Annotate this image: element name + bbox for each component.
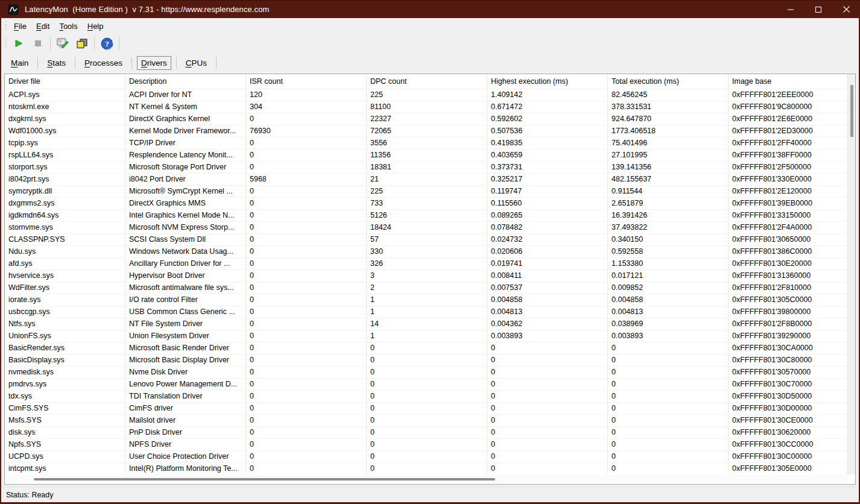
tab-processes[interactable]: Processes <box>80 56 127 70</box>
table-row[interactable]: Msfs.SYSMailslot driver00000xFFFFF801'30… <box>5 414 855 426</box>
column-header[interactable]: Driver file <box>5 74 125 89</box>
menu-help[interactable]: Help <box>83 20 109 32</box>
table-row[interactable]: igdkmdn64.sysIntel Graphics Kernel Mode … <box>5 209 855 221</box>
table-cell: 0 <box>367 427 487 438</box>
table-row[interactable]: Npfs.SYSNPFS Driver00000xFFFFF801'30CC00… <box>5 438 855 450</box>
table-row[interactable]: dxgkrnl.sysDirectX Graphics Kernel022327… <box>5 113 855 125</box>
table-cell: 0.007537 <box>487 282 608 294</box>
table-row[interactable]: CLASSPNP.SYSSCSI Class System Dll0570.02… <box>5 233 855 245</box>
table-row[interactable]: hvservice.sysHypervisor Boot Driver030.0… <box>5 269 855 282</box>
table-cell: 0.024732 <box>487 234 608 245</box>
horizontal-scrollbar[interactable] <box>5 474 847 484</box>
table-cell: 0.038969 <box>608 318 729 330</box>
tab-main[interactable]: Main <box>7 56 33 70</box>
table-row[interactable]: ntoskrnl.exeNT Kernel & System304811000.… <box>5 101 855 113</box>
table-cell: 0 <box>246 342 367 354</box>
start-monitor-button[interactable] <box>10 36 28 51</box>
stop-monitor-button[interactable] <box>29 36 47 51</box>
table-row[interactable]: storport.sysMicrosoft Storage Port Drive… <box>5 161 855 173</box>
table-row[interactable]: CimFS.SYSCimFS driver00000xFFFFF801'30D0… <box>5 402 855 414</box>
table-cell: 3 <box>367 270 487 282</box>
tab-cpus[interactable]: CPUs <box>182 56 211 70</box>
table-row[interactable]: stornvme.sysMicrosoft NVM Express Storp.… <box>5 221 855 233</box>
table-cell: 81100 <box>367 101 487 113</box>
table-cell: CimFS driver <box>125 403 246 414</box>
table-row[interactable]: nvmedisk.sysNvme Disk Driver00000xFFFFF8… <box>5 366 855 378</box>
table-cell: Ntfs.sys <box>5 318 125 330</box>
tab-drivers[interactable]: Drivers <box>137 56 171 70</box>
table-row[interactable]: Wdf01000.sysKernel Mode Driver Framewor.… <box>5 125 855 137</box>
toolbar-gripper[interactable] <box>5 39 7 48</box>
table-cell: 0 <box>487 391 608 402</box>
vertical-scrollbar[interactable] <box>847 74 855 474</box>
table-cell: dxgkrnl.sys <box>5 113 125 125</box>
table-row[interactable]: intcpmt.sysIntel(R) Platform Monitoring … <box>5 462 855 474</box>
table-row[interactable]: disk.sysPnP Disk Driver00000xFFFFF801'30… <box>5 426 855 438</box>
latencymon-logo-icon <box>8 4 19 15</box>
menubar: FileEditToolsHelp <box>1 18 859 34</box>
table-cell: 3556 <box>367 137 487 149</box>
help-button[interactable]: ? <box>98 36 116 51</box>
column-header[interactable]: Total execution (ms) <box>608 74 729 89</box>
view-windows-button[interactable] <box>73 36 91 51</box>
table-cell: 2.651879 <box>608 198 729 209</box>
table-cell: 5968 <box>246 174 367 185</box>
table-cell: 0 <box>608 342 729 354</box>
table-row[interactable]: rspLLL64.sysResplendence Latency Monit..… <box>5 149 855 161</box>
table-row[interactable]: Ndu.sysWindows Network Data Usag...03300… <box>5 245 855 257</box>
table-cell: 0.009852 <box>608 282 729 294</box>
table-cell: 1 <box>367 306 487 318</box>
table-row[interactable]: BasicDisplay.sysMicrosoft Basic Display … <box>5 354 855 366</box>
analyze-options-button[interactable] <box>54 36 72 51</box>
menu-edit[interactable]: Edit <box>31 20 54 32</box>
table-row[interactable]: UnionFS.sysUnion Filesystem Driver010.00… <box>5 330 855 342</box>
column-header[interactable]: DPC count <box>367 74 487 89</box>
minimize-icon <box>787 6 794 13</box>
table-row[interactable]: afd.sysAncillary Function Driver for ...… <box>5 257 855 269</box>
minimize-button[interactable] <box>777 1 805 18</box>
menu-file[interactable]: File <box>9 20 31 32</box>
table-cell: 120 <box>246 89 367 101</box>
table-cell: 11356 <box>367 150 487 161</box>
horizontal-scrollbar-thumb[interactable] <box>34 478 495 480</box>
table-row[interactable]: ACPI.sysACPI Driver for NT1202251.409142… <box>5 89 855 101</box>
table-cell: igdkmdn64.sys <box>5 210 125 221</box>
table-row[interactable]: Ntfs.sysNT File System Driver0140.004362… <box>5 318 855 330</box>
table-row[interactable]: UCPD.sysUser Choice Protection Driver000… <box>5 450 855 462</box>
table-row[interactable]: pmdrvs.sysLenovo Power Management D...00… <box>5 378 855 390</box>
tab-stats[interactable]: Stats <box>43 56 70 70</box>
column-header[interactable]: ISR count <box>246 74 367 89</box>
table-cell: tdx.sys <box>5 391 125 402</box>
table-row[interactable]: dxgmms2.sysDirectX Graphics MMS07330.115… <box>5 197 855 209</box>
table-row[interactable]: tdx.sysTDI Translation Driver00000xFFFFF… <box>5 390 855 402</box>
toolbar-separator <box>50 37 51 50</box>
table-row[interactable]: symcryptk.dllMicrosoft® SymCrypt Kernel … <box>5 185 855 197</box>
table-cell: 0 <box>608 415 729 426</box>
table-cell: 0 <box>367 415 487 426</box>
table-cell: 0 <box>246 330 367 342</box>
table-cell: Msfs.SYS <box>5 415 125 426</box>
table-row[interactable]: usbccgp.sysUSB Common Class Generic ...0… <box>5 306 855 318</box>
vertical-scrollbar-thumb[interactable] <box>850 85 853 137</box>
table-row[interactable]: tcpip.sysTCP/IP Driver035560.41983575.40… <box>5 137 855 149</box>
table-cell: 378.331531 <box>608 101 729 113</box>
column-header[interactable]: Image base <box>729 74 855 89</box>
menu-tools[interactable]: Tools <box>54 20 82 32</box>
maximize-button[interactable] <box>805 1 832 18</box>
table-cell: 0xFFFFF801'2E120000 <box>729 186 855 197</box>
menubar-gripper[interactable] <box>5 22 7 31</box>
column-header[interactable]: Highest execution (ms) <box>487 74 608 89</box>
column-header[interactable]: Description <box>125 74 246 89</box>
table-cell: 1.409142 <box>487 89 608 101</box>
table-cell: 0xFFFFF801'30C80000 <box>729 354 855 366</box>
table-row[interactable]: i8042prt.sysi8042 Port Driver5968210.325… <box>5 173 855 185</box>
table-row[interactable]: iorate.sysI/O rate control Filter010.004… <box>5 294 855 306</box>
table-row[interactable]: BasicRender.sysMicrosoft Basic Render Dr… <box>5 342 855 354</box>
titlebar: LatencyMon (Home Edition ) v 7.31 - http… <box>0 0 860 18</box>
table-cell: storport.sys <box>5 162 125 173</box>
table-cell: 0 <box>608 367 729 378</box>
close-button[interactable] <box>832 1 860 18</box>
table-cell: User Choice Protection Driver <box>125 451 246 462</box>
table-cell: 0.019741 <box>487 258 608 269</box>
table-row[interactable]: WdFilter.sysMicrosoft antimalware file s… <box>5 282 855 294</box>
